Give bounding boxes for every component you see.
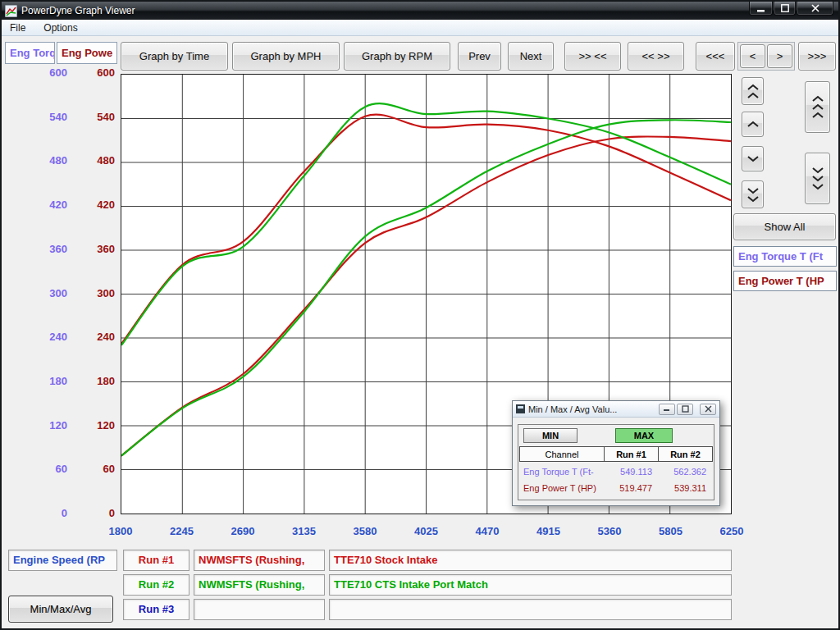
run2-description-field[interactable]: TTE710 CTS Intake Port Match	[329, 574, 732, 596]
minmax-window-icon	[516, 404, 525, 413]
minmax-minimize-icon[interactable]	[659, 404, 675, 415]
max-toggle-button[interactable]: MAX	[615, 428, 673, 443]
run1-description-field[interactable]: TTE710 Stock Intake	[329, 550, 732, 571]
run3-label[interactable]: Run #3	[123, 599, 189, 620]
column-channel: Channel	[519, 446, 605, 462]
zoom-out-button[interactable]: << >>	[628, 42, 684, 71]
x-channel-field[interactable]: Engine Speed (RP	[8, 550, 117, 571]
run1-max-value: 519.477	[605, 483, 659, 493]
y-axis-tick: 600	[79, 66, 115, 81]
run2-file-field[interactable]: NWMSFTS (Rushing,	[194, 574, 325, 596]
x-axis-tick: 3135	[280, 525, 329, 537]
y-axis-tick: 120	[79, 419, 115, 434]
zoom-in-button[interactable]: >> <<	[564, 42, 621, 71]
minmax-window[interactable]: Min / Max / Avg Valu... MIN MAX Channel …	[512, 400, 720, 506]
title-bar[interactable]: PowerDyne Graph Viewer	[2, 2, 838, 20]
x-axis-tick: 5805	[646, 525, 696, 537]
y-axis-tick: 240	[79, 331, 115, 345]
next-button[interactable]: Next	[508, 42, 554, 71]
chevron-down-icon	[746, 195, 760, 203]
x-axis-tick: 6250	[707, 525, 756, 537]
y-axis-tick: 0	[79, 507, 115, 522]
y-axis-tick: 0	[31, 507, 67, 522]
minmax-title-bar[interactable]: Min / Max / Avg Valu...	[513, 401, 719, 418]
axis-expand-up-button[interactable]	[805, 81, 830, 133]
run3-description-field[interactable]	[329, 599, 732, 620]
axis-scroll-down-fast-button[interactable]	[742, 180, 764, 208]
chevron-down-icon	[746, 187, 760, 194]
menu-options[interactable]: Options	[40, 21, 80, 34]
minmax-close-icon[interactable]	[700, 404, 716, 415]
prev-button[interactable]: Prev	[458, 42, 501, 71]
graph-by-rpm-button[interactable]: Graph by RPM	[344, 42, 450, 71]
axis-expand-down-button[interactable]	[805, 153, 830, 204]
x-axis-tick: 5360	[585, 525, 634, 537]
chevron-up-icon	[746, 84, 760, 91]
y-axis-tick: 240	[31, 331, 67, 345]
y-axis-tick: 540	[79, 111, 115, 126]
pan-far-right-button[interactable]: >>>	[798, 42, 836, 71]
menu-bar: File Options	[2, 20, 838, 36]
minimize-icon[interactable]	[749, 2, 773, 16]
power-channel-label[interactable]: Eng Power T (HP	[733, 271, 837, 291]
pan-left-button[interactable]: <	[740, 44, 765, 68]
chevron-down-icon	[811, 167, 824, 174]
y-axis-tick: 300	[79, 287, 115, 302]
chevron-down-icon	[811, 183, 824, 190]
pan-step-group: < >	[737, 42, 795, 71]
x-axis-tick: 3580	[340, 525, 390, 537]
minmax-restore-icon[interactable]	[677, 404, 693, 415]
y-axis-tick: 180	[79, 375, 115, 390]
menu-file[interactable]: File	[7, 21, 29, 34]
torque-channel-label[interactable]: Eng Torque T (Ft	[733, 246, 837, 267]
y-axis-torque-scale: 060120180240300360420480540600	[31, 2, 67, 630]
chevron-up-icon	[746, 92, 760, 99]
chevron-up-icon	[811, 112, 824, 119]
caption-buttons	[749, 2, 833, 16]
minmax-panel: MIN MAX Channel Run #1 Run #2 Eng Torque…	[518, 424, 714, 500]
y-axis-tick: 360	[31, 243, 67, 258]
y-axis-tick: 60	[31, 463, 67, 477]
column-run2: Run #2	[658, 446, 713, 462]
graph-by-time-button[interactable]: Graph by Time	[121, 42, 228, 71]
y-axis-tick: 180	[31, 375, 67, 390]
channel-name: Eng Power T (HP)	[519, 483, 605, 493]
app-icon	[5, 5, 17, 17]
y-axis-tick: 300	[31, 287, 67, 302]
min-toggle-button[interactable]: MIN	[523, 428, 578, 443]
y-axis-tick: 600	[31, 66, 67, 81]
run2-max-value: 562.362	[659, 467, 713, 477]
y-axis-tick: 480	[79, 154, 115, 169]
app-window: PowerDyne Graph Viewer File Options Eng …	[0, 0, 840, 630]
x-axis-tick: 2245	[158, 525, 207, 537]
pan-far-left-button[interactable]: <<<	[696, 42, 735, 71]
minmaxavg-button[interactable]: Min/Max/Avg	[8, 596, 113, 623]
channel-name: Eng Torque T (Ft-	[519, 467, 605, 477]
tab-eng-power-axis[interactable]: Eng Powe	[57, 42, 117, 64]
chevron-down-icon	[811, 175, 824, 182]
run1-max-value: 549.113	[605, 467, 659, 477]
tab-eng-torque-axis[interactable]: Eng Torq	[5, 42, 55, 64]
graph-by-mph-button[interactable]: Graph by MPH	[232, 42, 340, 71]
run1-file-field[interactable]: NWMSFTS (Rushing,	[194, 550, 325, 571]
axis-scroll-up-fast-button[interactable]	[742, 77, 764, 105]
maximize-icon[interactable]	[774, 2, 796, 16]
column-run1: Run #1	[604, 446, 659, 462]
minmax-table-header: Channel Run #1 Run #2	[519, 446, 712, 462]
y-axis-tick: 420	[31, 199, 67, 213]
window-title: PowerDyne Graph Viewer	[21, 5, 135, 16]
show-all-button[interactable]: Show All	[733, 213, 836, 240]
close-icon[interactable]	[797, 2, 833, 16]
y-axis-tick: 540	[31, 111, 67, 126]
chevron-up-icon	[746, 121, 760, 128]
axis-scroll-up-button[interactable]	[742, 112, 764, 137]
pan-right-button[interactable]: >	[767, 44, 792, 68]
run2-label[interactable]: Run #2	[123, 574, 189, 596]
table-row-torque: Eng Torque T (Ft- 549.113 562.362	[519, 463, 713, 479]
run3-file-field[interactable]	[194, 599, 325, 620]
minmax-window-title: Min / Max / Avg Valu...	[528, 404, 657, 414]
axis-scroll-down-button[interactable]	[742, 146, 764, 171]
y-axis-tick: 420	[79, 199, 115, 213]
run1-label[interactable]: Run #1	[123, 550, 189, 571]
y-axis-tick: 480	[31, 154, 67, 169]
